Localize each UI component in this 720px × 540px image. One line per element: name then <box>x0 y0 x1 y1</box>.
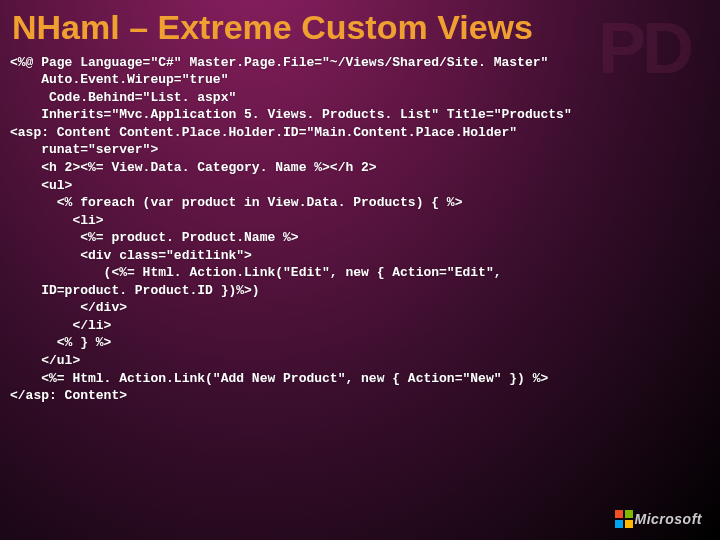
code-line: <div class="editlink"> <box>10 248 252 263</box>
code-line: ID=product. Product.ID })%>) <box>10 283 260 298</box>
code-line: <% } %> <box>10 335 111 350</box>
code-line: Auto.Event.Wireup="true" <box>10 72 228 87</box>
svg-rect-0 <box>615 510 623 518</box>
code-block: <%@ Page Language="C#" Master.Page.File=… <box>0 52 720 405</box>
code-line: </ul> <box>10 353 80 368</box>
code-line: runat="server"> <box>10 142 158 157</box>
code-line: <%= product. Product.Name %> <box>10 230 299 245</box>
slide-title: NHaml – Extreme Custom Views <box>0 0 720 52</box>
code-line: Inherits="Mvc.Application 5. Views. Prod… <box>10 107 572 122</box>
svg-rect-3 <box>625 520 633 528</box>
code-line: <ul> <box>10 178 72 193</box>
code-line: </li> <box>10 318 111 333</box>
code-line: <%@ Page Language="C#" Master.Page.File=… <box>10 55 548 70</box>
microsoft-logo-text: Microsoft <box>635 511 703 527</box>
code-line: <asp: Content Content.Place.Holder.ID="M… <box>10 125 517 140</box>
code-line: <%= Html. Action.Link("Add New Product",… <box>10 371 548 386</box>
svg-rect-2 <box>615 520 623 528</box>
code-line: <li> <box>10 213 104 228</box>
code-line: (<%= Html. Action.Link("Edit", new { Act… <box>10 265 501 280</box>
microsoft-logo: Microsoft <box>615 510 703 528</box>
code-line: <% foreach (var product in View.Data. Pr… <box>10 195 462 210</box>
code-line: </asp: Content> <box>10 388 127 403</box>
code-line: <h 2><%= View.Data. Category. Name %></h… <box>10 160 377 175</box>
code-line: Code.Behind="List. aspx" <box>10 90 236 105</box>
slide: PD NHaml – Extreme Custom Views <%@ Page… <box>0 0 720 540</box>
svg-rect-1 <box>625 510 633 518</box>
microsoft-flag-icon <box>615 510 633 528</box>
code-line: </div> <box>10 300 127 315</box>
